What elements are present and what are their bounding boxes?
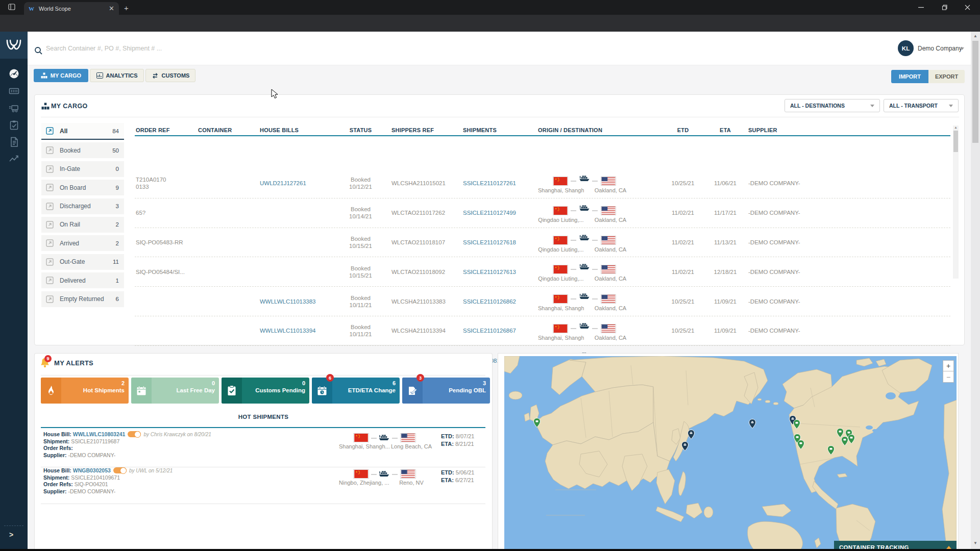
company-name[interactable]: Demo Company xyxy=(918,45,962,52)
alert-icon xyxy=(41,378,61,404)
divider xyxy=(41,504,485,504)
sidebar-item-containers[interactable] xyxy=(9,86,19,96)
destination-label: Reno, NV xyxy=(391,480,432,486)
cell-shipment[interactable]: SSICLE2110127613 xyxy=(463,257,535,286)
cell-shipment[interactable]: SSICLE2110126867 xyxy=(463,316,535,345)
house-bill-link[interactable]: WNGB0302053 xyxy=(73,467,111,473)
map-pin-vessel[interactable] xyxy=(688,430,695,439)
map-pin-vessel[interactable] xyxy=(749,419,756,429)
column-header[interactable]: CONTAINER xyxy=(198,127,232,133)
column-header[interactable]: ETA xyxy=(707,127,743,133)
map-pin-vessel[interactable] xyxy=(681,441,689,451)
cell-house-bill[interactable]: WWLLWLC11013394 xyxy=(260,316,339,345)
status-filter-count: 6 xyxy=(116,296,119,302)
house-bill-link[interactable]: WWLLWLC10803241 xyxy=(73,431,126,437)
world-map[interactable]: + − CONTAINER TRACKING xyxy=(504,356,957,551)
sidebar-item-tasks[interactable] xyxy=(9,120,19,131)
divider xyxy=(41,427,485,428)
tab-my-cargo[interactable]: MY CARGO xyxy=(34,69,88,82)
alert-card-etd-eta-change[interactable]: 6 ETD/ETA Change 6 xyxy=(312,378,400,404)
cell-shippers-ref: WLCTAO211018092 xyxy=(391,257,462,286)
cell-shipment[interactable]: SSICLE2110127618 xyxy=(463,228,535,257)
cell-supplier: -DEMO COMPANY- xyxy=(748,316,840,345)
status-filter-delivered[interactable]: Delivered 1 xyxy=(41,272,124,288)
cell-house-bill[interactable]: UWLD21J127261 xyxy=(260,169,339,198)
cell-house-bill[interactable]: WWLLWLC11013383 xyxy=(260,287,339,316)
hot-toggle[interactable] xyxy=(128,431,141,437)
map-pin-delivered[interactable] xyxy=(848,434,855,444)
status-filter-all[interactable]: All 84 xyxy=(41,123,124,140)
map-pin-delivered[interactable] xyxy=(827,445,835,455)
status-filter-on-rail[interactable]: On Rail 2 xyxy=(41,217,124,233)
column-header[interactable]: STATUS xyxy=(336,127,385,133)
table-scrollbar[interactable]: ▲ xyxy=(953,126,959,279)
status-filter-in-gate[interactable]: In-Gate 0 xyxy=(41,161,124,177)
map-zoom-in-button[interactable]: + xyxy=(943,360,954,371)
map-zoom-out-button[interactable]: − xyxy=(943,371,954,383)
window-minimize-button[interactable] xyxy=(909,0,933,15)
cell-house-bill[interactable] xyxy=(260,257,339,286)
app-logo[interactable] xyxy=(0,32,28,59)
alert-card-customs-pending[interactable]: 0 Customs Pending xyxy=(222,378,309,404)
page-scrollbar[interactable]: ▲ ▼ xyxy=(971,32,980,549)
status-filter-booked[interactable]: Booked 50 xyxy=(41,142,124,158)
cargo-table-row[interactable]: WWLLWLC11013394 Booked10/11/21 WLCSHA211… xyxy=(135,316,950,346)
alert-card-hot-shipments[interactable]: 2 Hot Shipments xyxy=(41,378,129,404)
column-header[interactable]: SHIPPERS REF xyxy=(391,127,434,133)
sidebar-expand-button[interactable]: > xyxy=(9,531,13,539)
cargo-table-row[interactable]: SIQ-PO05483-RR Booked10/15/21 WLCTAO2110… xyxy=(135,228,950,258)
map-pin-delivered[interactable] xyxy=(793,419,800,429)
new-tab-button[interactable]: + xyxy=(124,4,129,12)
cargo-table-row[interactable]: 65? Booked10/14/21 WLCTAO211017262 SSICL… xyxy=(135,198,950,228)
import-button[interactable]: IMPORT xyxy=(891,70,928,83)
cell-house-bill[interactable] xyxy=(260,198,339,228)
browser-tab[interactable]: W World Scope ✕ xyxy=(24,2,119,15)
sidebar-item-analytics[interactable] xyxy=(9,154,19,164)
scrollbar-thumb[interactable] xyxy=(972,41,978,143)
cargo-table-row[interactable]: T210A0170 0133 UWLD21J127261 Booked10/12… xyxy=(135,169,950,198)
cell-shipment[interactable]: SSICLE2110127499 xyxy=(463,198,535,228)
cargo-table-row[interactable]: SIQ-PO05484/SI... Booked10/15/21 WLCTAO2… xyxy=(135,257,950,287)
cargo-icon xyxy=(41,72,47,79)
sidebar-item-dashboard[interactable] xyxy=(9,68,19,79)
cell-status: Booked10/14/21 xyxy=(336,198,385,228)
map-pin-delivered[interactable] xyxy=(841,436,848,446)
map-pin-delivered[interactable] xyxy=(797,440,804,449)
transport-filter-dropdown[interactable]: ALL - TRANSPORT xyxy=(884,99,959,112)
status-filter-arrived[interactable]: Arrived 2 xyxy=(41,235,124,251)
status-filter-discharged[interactable]: Discharged 3 xyxy=(41,198,124,214)
sidebar-item-shipments[interactable] xyxy=(9,103,19,113)
alert-count: 0 xyxy=(212,380,215,386)
destinations-filter-dropdown[interactable]: ALL - DESTINATIONS xyxy=(785,99,880,112)
cargo-table-row[interactable]: WWLLWLC11013383 Booked10/11/21 WLCSHA211… xyxy=(135,287,950,316)
company-chevron-down-icon[interactable] xyxy=(960,47,964,50)
cell-shipment[interactable]: SSICLE2110126862 xyxy=(463,287,535,316)
column-header[interactable]: ORIGIN / DESTINATION xyxy=(538,127,602,133)
column-header[interactable]: HOUSE BILLS xyxy=(260,127,299,133)
avatar[interactable]: KL xyxy=(898,40,914,56)
column-header[interactable]: SUPPLIER xyxy=(748,127,777,133)
column-header[interactable]: ORDER REF xyxy=(136,127,170,133)
alert-card-pending-obl[interactable]: 3 Pending OBL 3 xyxy=(402,378,490,404)
tab-switcher-icon[interactable] xyxy=(8,4,15,10)
tab-close-icon[interactable]: ✕ xyxy=(109,5,114,12)
alert-card-last-free-day[interactable]: 0 Last Free Day xyxy=(131,378,219,404)
window-maximize-button[interactable] xyxy=(933,0,956,15)
scrollbar-thumb[interactable] xyxy=(953,131,958,152)
tab-customs[interactable]: CUSTOMS xyxy=(145,69,195,82)
status-filter-empty-returned[interactable]: Empty Returned 6 xyxy=(41,291,124,307)
status-filter-out-gate[interactable]: Out-Gate 11 xyxy=(41,254,124,270)
status-filter-label: In-Gate xyxy=(60,165,116,172)
window-close-button[interactable] xyxy=(955,0,979,15)
cell-house-bill[interactable] xyxy=(260,228,339,257)
column-header[interactable]: SHIPMENTS xyxy=(463,127,497,133)
export-button[interactable]: EXPORT xyxy=(928,70,965,83)
tab-analytics[interactable]: ANALYTICS xyxy=(90,69,144,82)
search-input[interactable]: Search Container #, PO #, Shipment # ... xyxy=(46,45,403,52)
column-header[interactable]: ETD xyxy=(665,127,701,133)
cell-shipment[interactable]: SSICLE2110127261 xyxy=(463,169,535,198)
sidebar-item-documents[interactable] xyxy=(9,137,19,147)
hot-toggle[interactable] xyxy=(113,467,127,473)
map-pin-delivered[interactable] xyxy=(533,418,541,428)
status-filter-on-board[interactable]: On Board 9 xyxy=(41,180,124,195)
